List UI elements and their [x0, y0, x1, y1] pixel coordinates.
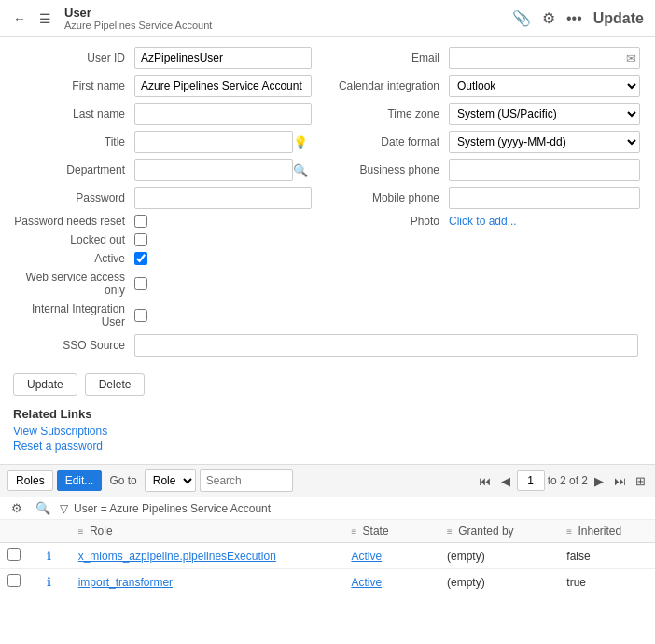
pwdreset-checkbox[interactable]	[134, 215, 147, 228]
photo-placeholder[interactable]: Click to add...	[449, 215, 517, 228]
row-info-button[interactable]: ℹ	[43, 575, 55, 589]
userid-input[interactable]	[134, 47, 312, 69]
table-header-row: ≡ Role ≡ State ≡ Granted by ≡ Inherited	[0, 520, 655, 543]
role-col-icon: ≡	[78, 526, 84, 537]
active-label: Active	[13, 252, 134, 265]
gear-icon-button[interactable]: ⚙	[7, 501, 26, 515]
col-email: Email ✉	[328, 47, 642, 69]
view-subscriptions-link[interactable]: View Subscriptions	[13, 425, 642, 438]
form-row-userid-email: User ID Email ✉	[13, 47, 642, 69]
role-link[interactable]: import_transformer	[78, 576, 173, 589]
update-button[interactable]: Update	[13, 373, 77, 396]
first-page-button[interactable]: ⏮	[475, 472, 495, 490]
active-checkbox[interactable]	[134, 252, 147, 265]
state-col-label: State	[363, 525, 389, 538]
password-input[interactable]	[134, 187, 312, 209]
sso-label: SSO Source	[13, 339, 134, 352]
row-checkbox[interactable]	[7, 574, 21, 587]
state-badge[interactable]: Active	[351, 550, 382, 563]
calendar-select[interactable]: Outlook	[449, 75, 640, 97]
prev-page-button[interactable]: ◀	[497, 472, 514, 490]
user-form: User ID Email ✉ First name Calendar inte…	[0, 37, 655, 368]
pagination: ⏮ ◀ to 2 of 2 ▶ ⏭	[475, 470, 630, 491]
row-state-cell: Active	[343, 569, 439, 595]
col-header-inherited[interactable]: ≡ Inherited	[559, 520, 655, 543]
calendar-label: Calendar integration	[328, 79, 449, 92]
form-row-lastname-timezone: Last name Time zone System (US/Pacific)	[13, 103, 642, 125]
lockedout-checkbox[interactable]	[134, 233, 147, 246]
search-input[interactable]	[200, 469, 293, 492]
header: ← ☰ User Azure Pipelines Service Account…	[0, 0, 655, 37]
firstname-input[interactable]	[134, 75, 312, 97]
dateformat-select[interactable]: System (yyyy-MM-dd)	[449, 131, 640, 153]
granted-col-icon: ≡	[447, 526, 453, 537]
email-icon: ✉	[626, 51, 636, 65]
timezone-label: Time zone	[328, 107, 449, 120]
internal-checkbox[interactable]	[134, 309, 147, 322]
row-granted-cell: (empty)	[439, 569, 559, 595]
bizphone-input[interactable]	[449, 159, 640, 181]
last-page-button[interactable]: ⏭	[610, 472, 630, 490]
col-header-state[interactable]: ≡ State	[343, 520, 439, 543]
menu-button[interactable]: ☰	[35, 9, 55, 28]
department-input[interactable]	[134, 159, 293, 181]
table-row: ℹ x_mioms_azpipeline.pipelinesExecution …	[0, 543, 655, 569]
roles-tab-button[interactable]: Roles	[7, 470, 53, 491]
col-sso: SSO Source	[13, 334, 642, 357]
col-lastname: Last name	[13, 103, 328, 125]
email-field-wrapper: ✉	[449, 47, 640, 69]
row-info-cell: ℹ	[35, 569, 70, 595]
settings-button[interactable]: ⚙	[540, 7, 557, 29]
page-subtitle: Azure Pipelines Service Account	[64, 20, 510, 31]
goto-select[interactable]: Role	[145, 469, 196, 492]
more-button[interactable]: •••	[564, 8, 584, 29]
table-toolbar: Roles Edit... Go to Role ⏮ ◀ to 2 of 2 ▶…	[0, 465, 655, 497]
action-buttons: Update Delete	[0, 368, 655, 401]
department-label: Department	[13, 163, 134, 176]
state-badge[interactable]: Active	[351, 576, 382, 589]
goto-label: Go to	[109, 474, 136, 487]
bizphone-label: Business phone	[328, 163, 449, 176]
email-input[interactable]	[449, 47, 640, 69]
mobilephone-input[interactable]	[449, 187, 640, 209]
col-header-role[interactable]: ≡ Role	[71, 520, 344, 543]
granted-col-label: Granted by	[458, 525, 513, 538]
edit-button[interactable]: Edit...	[57, 470, 103, 491]
department-search-icon[interactable]: 🔍	[293, 163, 308, 177]
next-page-button[interactable]: ▶	[591, 472, 607, 490]
webservice-checkbox[interactable]	[134, 277, 147, 290]
role-link[interactable]: x_mioms_azpipeline.pipelinesExecution	[78, 550, 276, 563]
header-update-button[interactable]: Update	[592, 8, 646, 29]
form-row-pwdreset-photo: Password needs reset Photo Click to add.…	[13, 215, 642, 228]
department-field-wrapper: 🔍	[134, 159, 312, 181]
firstname-label: First name	[13, 79, 134, 92]
mobilephone-label: Mobile phone	[328, 191, 449, 204]
password-label: Password	[13, 191, 134, 204]
col-bizphone: Business phone	[328, 159, 642, 181]
col-header-granted[interactable]: ≡ Granted by	[439, 520, 559, 543]
col-title: Title 💡	[13, 131, 328, 153]
row-check-cell	[0, 569, 35, 595]
col-active: Active	[13, 252, 642, 265]
lastname-input[interactable]	[134, 103, 312, 125]
row-info-button[interactable]: ℹ	[43, 549, 55, 563]
back-button[interactable]: ←	[9, 9, 30, 28]
col-department: Department 🔍	[13, 159, 328, 181]
title-lookup-icon[interactable]: 💡	[293, 135, 308, 149]
webservice-label: Web service access only	[13, 271, 134, 297]
sso-input[interactable]	[134, 334, 638, 357]
header-nav: ← ☰	[9, 9, 55, 28]
grid-view-button[interactable]: ⊞	[634, 472, 648, 490]
inherited-col-label: Inherited	[578, 525, 622, 538]
row-checkbox[interactable]	[7, 548, 21, 561]
delete-button[interactable]: Delete	[85, 373, 146, 396]
page-input[interactable]	[517, 470, 545, 491]
page-total: to 2 of 2	[548, 474, 588, 487]
reset-password-link[interactable]: Reset a password	[13, 440, 642, 453]
title-input[interactable]	[134, 131, 293, 153]
filter-search-button[interactable]: 🔍	[32, 501, 54, 515]
row-info-cell: ℹ	[35, 543, 70, 569]
timezone-select[interactable]: System (US/Pacific)	[449, 103, 640, 125]
attach-button[interactable]: 📎	[510, 7, 533, 29]
page-title: User	[64, 6, 510, 20]
